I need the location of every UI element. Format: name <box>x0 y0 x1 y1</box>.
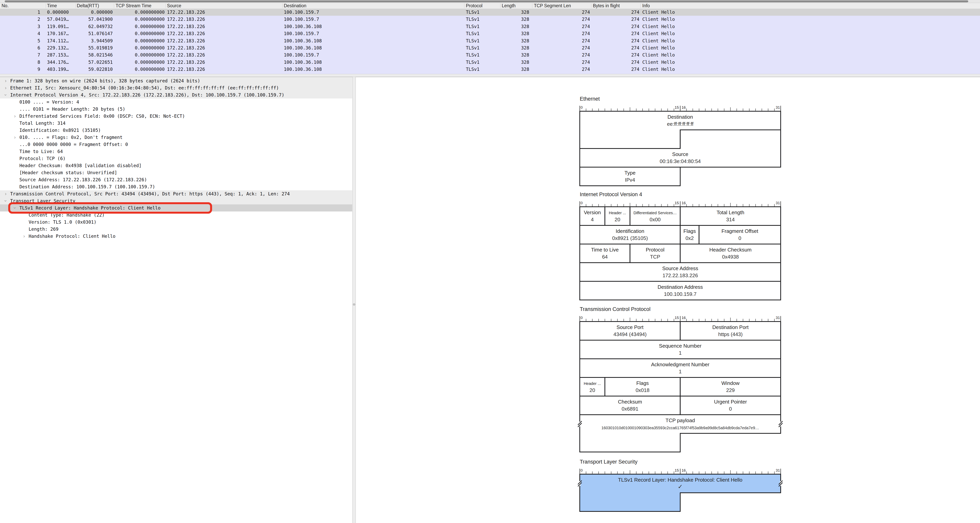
svg-text:✓: ✓ <box>678 483 682 490</box>
packet-list-header[interactable]: No.TimeDelta(RTT)TCP Stream TimeSourceDe… <box>0 3 980 9</box>
svg-text:Time to Live: Time to Live <box>591 247 619 253</box>
chevron-right-icon[interactable]: › <box>3 77 9 85</box>
tree-row[interactable]: Total Length: 314 <box>0 120 352 127</box>
tree-row-label: Destination Address: 100.100.159.7 (100.… <box>19 183 155 190</box>
svg-text:0: 0 <box>581 316 583 320</box>
tree-row[interactable]: ›Transport Layer Security <box>0 197 352 204</box>
field-header-length[interactable] <box>605 207 630 225</box>
tree-row[interactable]: ...0 0000 0000 0000 = Fragment Offset: 0 <box>0 141 352 148</box>
cell-dest: 100.100.36.108 <box>284 37 322 45</box>
tree-row[interactable]: ›Transmission Control Protocol, Src Port… <box>0 190 352 197</box>
tree-row[interactable]: ›Ethernet II, Src: Xensourc_04:80:54 (00… <box>0 85 352 91</box>
column-separator[interactable] <box>46 3 46 8</box>
svg-text:Header ...: Header ... <box>584 381 601 386</box>
chevron-down-icon[interactable]: › <box>2 92 9 98</box>
column-header-no[interactable]: No. <box>2 3 9 9</box>
tree-row[interactable]: Version: TLS 1.0 (0x0301) <box>0 218 352 226</box>
tree-row[interactable]: ›Differentiated Services Field: 0x00 (DS… <box>0 113 352 120</box>
svg-text:15: 15 <box>675 105 679 110</box>
column-header-time[interactable]: Time <box>47 3 57 9</box>
tree-row[interactable]: Source Address: 172.22.183.226 (172.22.1… <box>0 176 352 183</box>
svg-text:0x2: 0x2 <box>686 235 694 241</box>
svg-text:Differentiated Services…: Differentiated Services… <box>633 211 677 215</box>
column-header-delta[interactable]: Delta(RTT) <box>77 3 99 9</box>
tree-row[interactable]: Header Checksum: 0x4938 [validation disa… <box>0 162 352 169</box>
svg-text:4: 4 <box>591 217 594 222</box>
svg-text:0x8921 (35105): 0x8921 (35105) <box>612 235 648 241</box>
horizontal-scrollbar[interactable] <box>0 0 980 3</box>
tree-row-label: Header Checksum: 0x4938 [validation disa… <box>19 162 142 169</box>
field-header-length[interactable] <box>580 378 605 396</box>
chevron-right-icon[interactable]: › <box>3 190 9 197</box>
chevron-right-icon[interactable]: › <box>12 134 18 141</box>
cell-info: Client Hello <box>642 9 675 16</box>
svg-text:00:16:3e:04:80:54: 00:16:3e:04:80:54 <box>660 158 701 164</box>
column-header-flight[interactable]: Bytes in flight <box>593 3 620 9</box>
pane-splitter-handle[interactable] <box>353 303 355 306</box>
svg-text:0: 0 <box>729 406 732 412</box>
column-header-dest[interactable]: Destination <box>284 3 306 9</box>
packet-row-6[interactable]: 6229.132…55.0198190.000000000172.22.183.… <box>0 44 980 52</box>
tree-row[interactable]: ›010. .... = Flags: 0x2, Don't fragment <box>0 134 352 141</box>
packet-row-7[interactable]: 7287.153…58.0215460.000000000172.22.183.… <box>0 51 980 59</box>
column-header-len[interactable]: Length <box>502 3 515 9</box>
packet-row-1[interactable]: 10.0000000.0000000.000000000172.22.183.2… <box>0 9 980 16</box>
svg-text:Protocol: Protocol <box>646 247 665 253</box>
pane-splitter[interactable] <box>352 77 356 523</box>
chevron-right-icon[interactable]: › <box>3 85 9 91</box>
packet-row-5[interactable]: 5174.112…3.9445090.000000000172.22.183.2… <box>0 37 980 45</box>
svg-text:Destination: Destination <box>667 114 693 120</box>
svg-text:0: 0 <box>581 201 583 205</box>
packet-row-4[interactable]: 4170.167…51.0761470.000000000172.22.183.… <box>0 30 980 37</box>
tree-row[interactable]: ›Handshake Protocol: Client Hello <box>0 233 352 240</box>
svg-text:Destination Address: Destination Address <box>657 284 703 290</box>
tree-row[interactable]: ›TLSv1 Record Layer: Handshake Protocol:… <box>0 204 352 212</box>
tree-row[interactable]: Identification: 0x8921 (35105) <box>0 127 352 134</box>
column-header-proto[interactable]: Protocol <box>466 3 482 9</box>
column-header-seglen[interactable]: TCP Segment Len <box>534 3 571 9</box>
tree-row[interactable]: [Header checksum status: Unverified] <box>0 169 352 176</box>
tree-row[interactable]: Length: 269 <box>0 226 352 233</box>
column-separator[interactable] <box>464 3 465 8</box>
packet-row-8[interactable]: 8344.176…57.0226510.000000000172.22.183.… <box>0 59 980 66</box>
packet-row-3[interactable]: 3119.091…62.0497320.000000000172.22.183.… <box>0 23 980 30</box>
tree-row-label: Version: TLS 1.0 (0x0301) <box>29 218 96 226</box>
cell-stream: 0.000000000 <box>82 37 165 45</box>
tree-row[interactable]: ›Internet Protocol Version 4, Src: 172.2… <box>0 91 352 99</box>
chevron-down-icon[interactable]: › <box>2 198 9 204</box>
field-dsfield[interactable] <box>630 207 680 225</box>
svg-text:16: 16 <box>682 468 686 472</box>
chevron-down-icon[interactable]: › <box>11 205 18 211</box>
svg-text:Type: Type <box>624 170 635 176</box>
svg-text:100.100.159.7: 100.100.159.7 <box>664 291 697 297</box>
column-header-info[interactable]: Info <box>642 3 650 9</box>
column-separator[interactable] <box>114 3 114 8</box>
tree-row-label: Content Type: Handshake (22) <box>29 212 105 218</box>
cell-source: 172.22.183.226 <box>167 16 205 23</box>
tree-row[interactable]: Destination Address: 100.100.159.7 (100.… <box>0 183 352 190</box>
cell-stream: 0.000000000 <box>82 30 165 37</box>
tree-row[interactable]: 0100 .... = Version: 4 <box>0 99 352 105</box>
column-separator[interactable] <box>282 3 283 8</box>
svg-text:Flags: Flags <box>636 380 649 386</box>
tree-row[interactable]: Content Type: Handshake (22) <box>0 212 352 218</box>
chevron-right-icon[interactable]: › <box>12 113 18 120</box>
packet-row-2[interactable]: 257.0419…57.0419000.000000000172.22.183.… <box>0 16 980 23</box>
tree-row[interactable]: Time to Live: 64 <box>0 148 352 155</box>
column-header-stream[interactable]: TCP Stream Time <box>116 3 151 9</box>
tree-row[interactable]: Protocol: TCP (6) <box>0 155 352 162</box>
packet-detail-pane: ›Frame 1: 328 bytes on wire (2624 bits),… <box>0 77 352 523</box>
diagram-tcp: 0151631Source Port43494 (43494)Destinati… <box>578 315 783 454</box>
svg-text:1: 1 <box>679 368 681 375</box>
column-separator[interactable] <box>165 3 166 8</box>
tree-row[interactable]: ›Frame 1: 328 bytes on wire (2624 bits),… <box>0 77 352 85</box>
chevron-right-icon[interactable]: › <box>21 233 27 240</box>
svg-text:15: 15 <box>675 468 679 472</box>
packet-row-9[interactable]: 9403.199…59.0228100.000000000172.22.183.… <box>0 66 980 73</box>
horizontal-scrollbar-thumb[interactable] <box>5 0 968 2</box>
cell-source: 172.22.183.226 <box>167 37 205 45</box>
tree-row-label: Source Address: 172.22.183.226 (172.22.1… <box>19 176 147 183</box>
tree-row[interactable]: .... 0101 = Header Length: 20 bytes (5) <box>0 105 352 113</box>
column-header-source[interactable]: Source <box>167 3 181 9</box>
cell-flight: 274 <box>557 23 640 30</box>
